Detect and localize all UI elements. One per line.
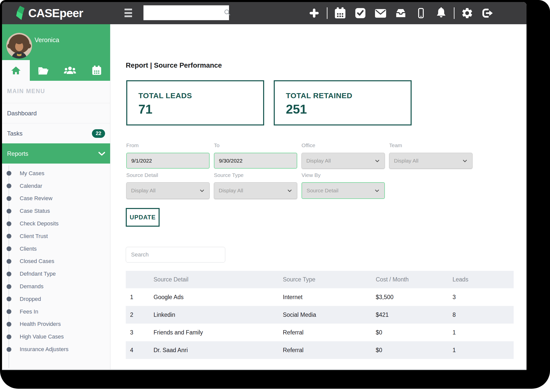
cell-cost: $421 [376,311,453,318]
brand-logo[interactable]: CASEpeer [16,2,83,24]
tab-calendar[interactable] [83,60,110,81]
folder-open-icon [37,65,49,75]
cell-source-detail: Dr. Saad Anri [154,347,283,354]
top-bar: CASEpeer [2,2,527,24]
subitem-label: Fees In [20,308,38,315]
sidebar-item-dashboard[interactable]: Dashboard [2,103,110,123]
home-icon [10,65,21,75]
chevron-down-icon [463,158,467,164]
sidebar-subitem-demands[interactable]: Demands [2,280,110,293]
tasks-button[interactable] [354,7,367,19]
inbox-button[interactable] [394,7,407,19]
stat-value: 71 [138,102,263,117]
view-by-select[interactable]: Source Detail [302,182,385,199]
search-icon [223,9,231,17]
view-by-select-value: Source Detail [307,188,338,194]
bullet-icon [7,171,11,176]
subitem-label: Case Review [20,195,53,202]
sidebar-subitem-fees-in[interactable]: Fees In [2,305,110,318]
sidebar-subitem-high-value-cases[interactable]: High Value Cases [2,330,110,343]
team-select[interactable]: Display All [389,153,472,169]
logout-button[interactable] [481,7,494,19]
col-source-detail[interactable]: Source Detail [154,276,283,283]
subitem-label: Client Trust [20,233,48,240]
team-select-value: Display All [394,158,418,164]
bullet-icon [7,297,11,301]
bullet-icon [7,272,11,276]
page-title: Report | Source Performance [126,61,222,69]
sidebar-subitem-closed-cases[interactable]: Closed Cases [2,255,110,268]
mobile-button[interactable] [415,7,427,19]
subitem-label: High Value Cases [20,333,64,340]
brand-name: CASEpeer [28,6,83,20]
sidebar: Veronica MAIN MENU [2,24,110,369]
people-icon [64,65,76,75]
sidebar-subitem-client-trust[interactable]: Client Trust [2,230,110,243]
tab-home[interactable] [2,60,30,81]
subitem-label: My Cases [20,170,44,177]
cell-source-type: Internet [283,294,376,301]
global-search-input[interactable] [144,6,223,20]
cell-source-type: Referral [283,347,376,354]
mail-button[interactable] [374,7,387,19]
reports-subitems: My Cases Calendar Case Review Case Statu… [2,167,110,356]
table-search-input[interactable] [126,247,225,263]
user-avatar[interactable] [6,33,32,59]
tab-cases[interactable] [30,60,57,81]
to-date-input[interactable] [214,153,297,169]
bullet-icon [7,221,11,226]
sidebar-subitem-health-providers[interactable]: Health Providers [2,318,110,331]
chevron-down-icon [287,188,292,194]
sidebar-subitem-dropped[interactable]: Dropped [2,293,110,305]
notifications-button[interactable] [435,7,447,19]
source-type-select[interactable]: Display All [214,182,297,199]
calendar-button[interactable] [334,7,346,19]
table-row[interactable]: 1 Google Ads Internet $3,500 3 [126,288,514,306]
sidebar-subitem-clients[interactable]: Clients [2,243,110,255]
source-type-label: Source Type [214,172,244,178]
sidebar-subitem-defndant-type[interactable]: Defndant Type [2,268,110,280]
tab-contacts[interactable] [57,60,83,81]
envelope-icon [374,8,387,19]
sidebar-subitem-check-deposits[interactable]: Check Deposits [2,217,110,230]
sidebar-item-reports[interactable]: Reports [2,143,110,164]
bullet-icon [7,284,11,289]
col-leads[interactable]: Leads [453,276,514,283]
cell-leads: 1 [453,347,514,354]
update-button[interactable]: UPDATE [126,208,160,227]
sign-out-icon [481,7,494,19]
sidebar-subitem-calendar[interactable]: Calendar [2,180,110,192]
total-retained-card: TOTAL RETAINED 251 [274,80,412,125]
sidebar-subitem-case-review[interactable]: Case Review [2,192,110,205]
subitem-label: Check Deposits [20,220,59,227]
to-label: To [214,142,219,148]
bullet-icon [7,184,11,188]
cell-leads: 1 [453,329,514,336]
sidebar-subitem-insurance-adjusters[interactable]: Insurance Adjusters [2,343,110,356]
sidebar-item-tasks[interactable]: Tasks 22 [2,123,110,143]
app-window: CASEpeer [2,2,527,369]
table-row[interactable]: 3 Friends and Family Referral $0 1 [126,324,514,341]
mobile-phone-icon [415,7,427,19]
bell-icon [435,7,447,19]
sidebar-subitem-case-status[interactable]: Case Status [2,205,110,217]
from-date-input[interactable] [126,153,210,169]
check-square-icon [354,7,366,19]
col-source-type[interactable]: Source Type [283,276,376,283]
table-row[interactable]: 2 Linkedin Social Media $421 8 [126,306,514,324]
cell-source-detail: Friends and Family [154,329,283,336]
col-cost-month[interactable]: Cost / Month [376,276,453,283]
table-row[interactable]: 4 Dr. Saad Anri Referral $0 1 [126,341,514,359]
menu-hamburger-icon[interactable] [124,9,132,17]
subitem-label: Health Providers [20,321,61,327]
subitem-label: Demands [20,283,43,290]
add-new-button[interactable] [308,7,320,19]
office-select[interactable]: Display All [302,153,385,169]
source-detail-select[interactable]: Display All [126,182,210,199]
sidebar-subitem-my-cases[interactable]: My Cases [2,167,110,180]
bullet-icon [7,246,11,251]
stat-value: 251 [286,102,411,117]
office-label: Office [302,142,315,148]
main-content: Report | Source Performance TOTAL LEADS … [111,24,527,369]
settings-button[interactable] [461,7,473,19]
